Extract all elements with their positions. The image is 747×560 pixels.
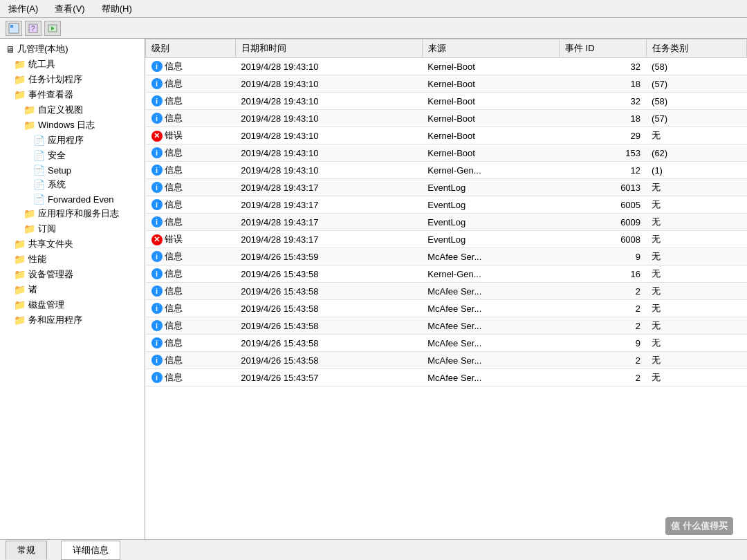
- cell-level: ✕ 错误: [146, 127, 236, 144]
- cell-source: McAfee Ser...: [422, 335, 559, 352]
- sidebar-item-taskscheduler[interactable]: 📁 任务计划程序: [0, 72, 145, 87]
- folder-icon: 📁: [24, 223, 35, 234]
- table-row[interactable]: i 信息2019/4/26 15:43:58McAfee Ser...2无: [146, 352, 747, 369]
- cell-datetime: 2019/4/26 15:43:58: [235, 283, 422, 300]
- sidebar-item-windowslogs[interactable]: 📁 Windows 日志: [0, 118, 145, 133]
- cell-eventid: 2: [559, 352, 646, 369]
- info-icon: i: [151, 95, 163, 106]
- sidebar-header: 🖥 几管理(本地): [0, 41, 145, 57]
- table-row[interactable]: i 信息2019/4/26 15:43:57McAfee Ser...2无: [146, 369, 747, 386]
- info-icon: i: [151, 303, 163, 314]
- menubar: 操作(A) 查看(V) 帮助(H): [0, 0, 747, 18]
- col-level[interactable]: 级别: [146, 39, 236, 58]
- cell-source: McAfee Ser...: [422, 283, 559, 300]
- col-datetime[interactable]: 日期和时间: [235, 39, 422, 58]
- cell-source: Kernel-Boot: [422, 110, 559, 127]
- table-row[interactable]: i 信息2019/4/26 15:43:59McAfee Ser...9无: [146, 248, 747, 265]
- cell-task: 无: [646, 317, 746, 335]
- watermark-left: NEOVISION POWERED BY NUBIA: [14, 516, 121, 535]
- cell-datetime: 2019/4/26 15:43:58: [235, 265, 422, 283]
- sidebar-item-sharedfolders[interactable]: 📁 共享文件夹: [0, 236, 145, 252]
- sidebar-item-forwarded[interactable]: 📄 Forwarded Even: [0, 192, 145, 206]
- table-row[interactable]: i 信息2019/4/28 19:43:10Kernel-Boot18(57): [146, 75, 747, 93]
- cell-level: i 信息: [146, 110, 236, 127]
- menu-action[interactable]: 操作(A): [6, 1, 41, 17]
- cell-task: (58): [646, 93, 746, 110]
- cell-source: EventLog: [422, 214, 559, 231]
- main-container: 🖥 几管理(本地) 📁 统工具 📁 任务计划程序 📁 事件查看器 📁 自定义视图…: [0, 39, 747, 539]
- tab-general[interactable]: 常规: [6, 541, 47, 560]
- folder-icon: 📁: [24, 208, 35, 219]
- cell-level: i 信息: [146, 179, 236, 196]
- cell-eventid: 18: [559, 110, 646, 127]
- svg-text:?: ?: [31, 25, 35, 32]
- sidebar-item-appsrvlogs[interactable]: 📁 应用程序和服务日志: [0, 206, 145, 221]
- cell-task: 无: [646, 127, 746, 144]
- tab-details[interactable]: 详细信息: [61, 541, 120, 560]
- table-row[interactable]: i 信息2019/4/28 19:43:10Kernel-Boot32(58): [146, 93, 747, 110]
- cell-task: 无: [646, 335, 746, 352]
- powered-by: POWERED BY NUBIA: [39, 528, 121, 535]
- cell-task: 无: [646, 179, 746, 196]
- table-row[interactable]: i 信息2019/4/28 19:43:17EventLog6013无: [146, 179, 747, 196]
- sidebar-item-customviews[interactable]: 📁 自定义视图: [0, 102, 145, 118]
- cell-level: i 信息: [146, 93, 236, 110]
- col-source[interactable]: 来源: [422, 39, 559, 58]
- svg-rect-1: [10, 25, 13, 28]
- sidebar-item-subscriptions[interactable]: 📁 订阅: [0, 221, 145, 236]
- cell-level: i 信息: [146, 196, 236, 214]
- menu-help[interactable]: 帮助(H): [99, 1, 135, 17]
- sidebar-item-tools[interactable]: 📁 统工具: [0, 57, 145, 72]
- cell-level: i 信息: [146, 75, 236, 93]
- col-task[interactable]: 任务类别: [646, 39, 746, 58]
- toolbar-btn-2[interactable]: ?: [25, 21, 42, 36]
- sidebar-item-setup[interactable]: 📄 Setup: [0, 163, 145, 177]
- toolbar-btn-3[interactable]: [44, 21, 61, 36]
- table-row[interactable]: i 信息2019/4/28 19:43:10Kernel-Boot153(62): [146, 144, 747, 162]
- cell-source: McAfee Ser...: [422, 300, 559, 317]
- sidebar-item-eventviewer[interactable]: 📁 事件查看器: [0, 87, 145, 102]
- cell-task: 无: [646, 214, 746, 231]
- table-row[interactable]: i 信息2019/4/28 19:43:10Kernel-Gen...12(1): [146, 162, 747, 179]
- cell-eventid: 18: [559, 75, 646, 93]
- cell-source: Kernel-Boot: [422, 58, 559, 75]
- cell-source: McAfee Ser...: [422, 352, 559, 369]
- info-icon: i: [151, 216, 163, 227]
- menu-view[interactable]: 查看(V): [52, 1, 87, 17]
- cell-source: EventLog: [422, 231, 559, 248]
- sidebar-item-diskmgmt[interactable]: 📁 磁盘管理: [0, 297, 145, 312]
- table-row[interactable]: ✕ 错误2019/4/28 19:43:17EventLog6008无: [146, 231, 747, 248]
- table-row[interactable]: i 信息2019/4/26 15:43:58Kernel-Gen...16无: [146, 265, 747, 283]
- table-row[interactable]: i 信息2019/4/26 15:43:58McAfee Ser...2无: [146, 300, 747, 317]
- info-icon: i: [151, 251, 163, 262]
- sidebar-item-security[interactable]: 📄 安全: [0, 148, 145, 163]
- cell-source: McAfee Ser...: [422, 369, 559, 386]
- table-row[interactable]: i 信息2019/4/28 19:43:10Kernel-Boot32(58): [146, 58, 747, 75]
- table-row[interactable]: i 信息2019/4/26 15:43:58McAfee Ser...2无: [146, 283, 747, 300]
- event-table: 级别 日期和时间 来源 事件 ID 任务类别 i 信息2019/4/28 19:…: [145, 39, 747, 386]
- cell-source: McAfee Ser...: [422, 317, 559, 335]
- sidebar-item-devicemanager[interactable]: 📁 设备管理器: [0, 267, 145, 282]
- table-row[interactable]: ✕ 错误2019/4/28 19:43:10Kernel-Boot29无: [146, 127, 747, 144]
- cell-level: i 信息: [146, 352, 236, 369]
- table-row[interactable]: i 信息2019/4/28 19:43:17EventLog6009无: [146, 214, 747, 231]
- cell-eventid: 32: [559, 93, 646, 110]
- sidebar-item-performance[interactable]: 📁 性能: [0, 252, 145, 267]
- info-icon: i: [151, 147, 163, 158]
- sidebar-item-application[interactable]: 📄 应用程序: [0, 133, 145, 148]
- info-icon: i: [151, 355, 163, 366]
- toolbar-btn-1[interactable]: [6, 21, 22, 36]
- brand-name: NEOVISION: [39, 516, 121, 528]
- sidebar-item-system[interactable]: 📄 系统: [0, 177, 145, 192]
- table-row[interactable]: i 信息2019/4/28 19:43:17EventLog6005无: [146, 196, 747, 214]
- cell-datetime: 2019/4/28 19:43:10: [235, 110, 422, 127]
- col-eventid[interactable]: 事件 ID: [559, 39, 646, 58]
- cell-task: 无: [646, 196, 746, 214]
- sidebar-item-services[interactable]: 📁 务和应用程序: [0, 312, 145, 328]
- doc-icon: 📄: [33, 165, 45, 176]
- sidebar-item-misc[interactable]: 📁 诸: [0, 282, 145, 297]
- table-row[interactable]: i 信息2019/4/26 15:43:58McAfee Ser...2无: [146, 317, 747, 335]
- table-row[interactable]: i 信息2019/4/26 15:43:58McAfee Ser...9无: [146, 335, 747, 352]
- cell-datetime: 2019/4/28 19:43:17: [235, 196, 422, 214]
- table-row[interactable]: i 信息2019/4/28 19:43:10Kernel-Boot18(57): [146, 110, 747, 127]
